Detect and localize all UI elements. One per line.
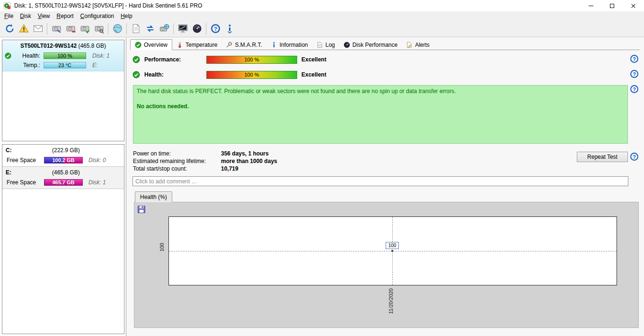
menu-report[interactable]: Report bbox=[53, 12, 77, 20]
toolbar-separator bbox=[47, 23, 47, 34]
disk-health-row: Health: 100 % Disk: 1 bbox=[2, 51, 124, 60]
partition-header: C: (222.9 GB) bbox=[2, 145, 124, 155]
check-circle-icon bbox=[135, 42, 141, 48]
health-chart-panel: 100 100 11/20/2020 bbox=[134, 202, 639, 328]
partition-entry-e[interactable]: E: (465.8 GB) Free Space 465.7 GB Disk: … bbox=[2, 167, 124, 189]
stat-row-start-stop: Total start/stop count: 10,719 bbox=[133, 165, 277, 172]
disk-search-icon[interactable] bbox=[92, 22, 106, 35]
disk-entry-selected[interactable]: ST500LT012-9WS142 (465.8 GB) Health: 100… bbox=[2, 40, 124, 71]
partition-entry-c[interactable]: C: (222.9 GB) Free Space 100.2 GB Disk: … bbox=[2, 145, 124, 167]
performance-label: Performance: bbox=[144, 56, 181, 63]
tab-log[interactable]: Log bbox=[312, 40, 339, 50]
tools-icon bbox=[226, 42, 232, 48]
free-space-value: 465.7 GB bbox=[52, 180, 74, 185]
health-ok-icon bbox=[4, 52, 12, 60]
maximize-button[interactable] bbox=[601, 0, 623, 11]
mail-icon[interactable] bbox=[31, 22, 45, 35]
monitor-test-icon[interactable] bbox=[176, 22, 190, 35]
tab-information[interactable]: Information bbox=[266, 40, 312, 50]
disk-volume-label: E: bbox=[92, 62, 97, 69]
partition-letter: E: bbox=[6, 169, 11, 176]
help-icon[interactable]: ? bbox=[630, 85, 638, 93]
remote-disk-icon[interactable] bbox=[157, 22, 171, 35]
menu-configuration[interactable]: Configuration bbox=[77, 12, 117, 20]
window-title: Disk: 1, ST500LT012-9WS142 [S0V5XLFP] - … bbox=[14, 2, 202, 9]
network-icon[interactable] bbox=[110, 22, 124, 35]
partition-free-row: Free Space 100.2 GB Disk: 0 bbox=[2, 155, 124, 165]
disk-title: ST500LT012-9WS142 (465.8 GB) bbox=[2, 40, 124, 51]
partition-size: (222.9 GB) bbox=[52, 147, 80, 154]
stat-value: more than 1000 days bbox=[221, 158, 277, 164]
tab-bar: Overview Temperature S.M.A.R.T. Informat… bbox=[130, 39, 640, 50]
partition-header: E: (465.8 GB) bbox=[2, 167, 124, 178]
tab-smart[interactable]: S.M.A.R.T. bbox=[221, 40, 266, 50]
chart-point-marker bbox=[391, 250, 393, 252]
disk-name: ST500LT012-9WS142 bbox=[20, 43, 77, 49]
performance-gauge-icon[interactable] bbox=[190, 22, 204, 35]
sync-icon[interactable] bbox=[143, 22, 157, 35]
status-message-box: The hard disk status is PERFECT. Problem… bbox=[133, 85, 628, 144]
stat-label: Power on time: bbox=[133, 150, 221, 157]
performance-ok-icon bbox=[132, 56, 141, 63]
minimize-icon bbox=[589, 6, 593, 6]
menubar: File Disk View Report Configuration Help bbox=[0, 11, 644, 20]
info-icon bbox=[271, 42, 277, 48]
comment-input[interactable] bbox=[132, 176, 628, 186]
report-icon[interactable] bbox=[129, 22, 143, 35]
menu-view[interactable]: View bbox=[35, 12, 53, 20]
toolbar: ? bbox=[0, 20, 644, 37]
menu-help[interactable]: Help bbox=[117, 12, 136, 20]
partition-size: (465.8 GB) bbox=[52, 169, 80, 176]
tab-disk-performance[interactable]: Disk Performance bbox=[339, 40, 402, 50]
tab-label: Log bbox=[326, 42, 335, 48]
health-chart-plot: 100 bbox=[168, 216, 617, 285]
disk-stats: Power on time: 356 days, 1 hours Estimat… bbox=[133, 150, 277, 172]
help-icon[interactable]: ? bbox=[630, 55, 638, 63]
tab-temperature[interactable]: Temperature bbox=[172, 40, 221, 50]
stat-value: 10,719 bbox=[221, 165, 238, 172]
health-label: Health: bbox=[144, 71, 164, 78]
performance-meter: 100 % bbox=[206, 56, 297, 64]
disk-test-icon[interactable] bbox=[78, 22, 92, 35]
stat-label: Estimated remaining lifetime: bbox=[133, 158, 221, 164]
thermometer-icon bbox=[176, 42, 183, 48]
window-controls bbox=[580, 0, 644, 11]
info-download-icon[interactable] bbox=[222, 22, 237, 35]
toolbar-separator bbox=[126, 23, 127, 34]
toolbar-separator bbox=[173, 23, 174, 34]
partition-panel: C: (222.9 GB) Free Space 100.2 GB Disk: … bbox=[2, 144, 124, 334]
health-rating: Excellent bbox=[301, 71, 326, 78]
temp-label: Temp.: bbox=[13, 62, 40, 69]
free-space-label: Free Space bbox=[7, 179, 44, 186]
help-icon[interactable]: ? bbox=[630, 153, 638, 161]
tab-label: Temperature bbox=[185, 42, 217, 48]
log-icon bbox=[317, 42, 323, 48]
temp-icon-spacer bbox=[4, 62, 12, 69]
temp-value: 23 °C bbox=[58, 62, 71, 68]
menu-disk[interactable]: Disk bbox=[17, 12, 34, 20]
close-button[interactable] bbox=[623, 0, 644, 11]
health-row: Health: 100 % Excellent bbox=[132, 70, 426, 79]
minimize-button[interactable] bbox=[580, 0, 601, 11]
chart-point-label: 100 bbox=[386, 242, 399, 249]
warning-config-icon[interactable] bbox=[17, 22, 31, 35]
menu-file[interactable]: File bbox=[1, 12, 17, 20]
toolbar-separator bbox=[108, 23, 108, 34]
repeat-test-button[interactable]: Repeat Test bbox=[577, 152, 628, 162]
tab-alerts[interactable]: Alerts bbox=[402, 40, 434, 50]
save-chart-icon[interactable] bbox=[137, 205, 147, 215]
help-icon[interactable]: ? bbox=[630, 70, 638, 78]
disk-remove-icon[interactable] bbox=[63, 22, 78, 35]
tab-overview[interactable]: Overview bbox=[130, 39, 172, 50]
refresh-icon[interactable] bbox=[2, 22, 17, 35]
chart-tab-health[interactable]: Health (%) bbox=[135, 191, 172, 202]
maximize-icon bbox=[610, 4, 614, 8]
stat-row-lifetime: Estimated remaining lifetime: more than … bbox=[133, 157, 277, 165]
free-space-label: Free Space bbox=[7, 157, 44, 164]
partition-disk-index: Disk: 0 bbox=[88, 157, 106, 164]
alerts-icon bbox=[406, 42, 413, 48]
health-meter: 100 % bbox=[206, 71, 297, 79]
help-icon[interactable]: ? bbox=[208, 22, 222, 35]
tab-label: Information bbox=[280, 42, 308, 48]
disk-acoustic-icon[interactable] bbox=[49, 22, 63, 35]
